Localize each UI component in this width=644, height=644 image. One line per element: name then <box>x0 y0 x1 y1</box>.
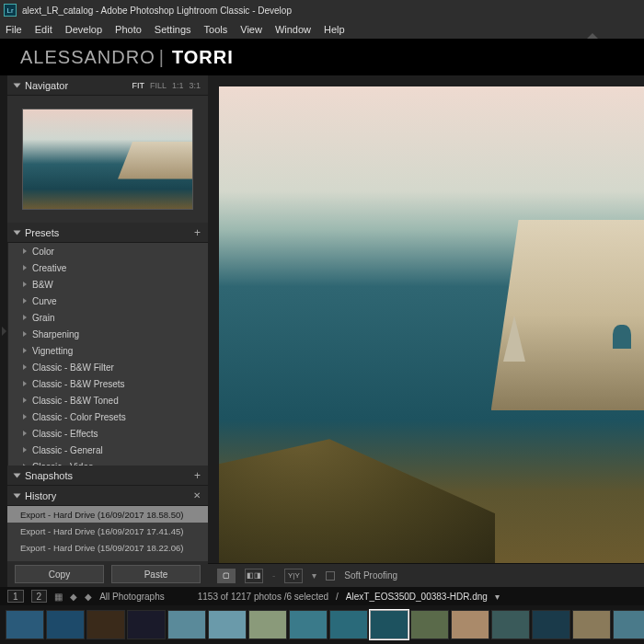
filmstrip-thumb[interactable] <box>329 610 368 639</box>
history-step[interactable]: Export - Hard Drive (16/09/2017 18.58.50… <box>7 506 208 523</box>
presets-title: Presets <box>25 227 59 238</box>
menu-photo[interactable]: Photo <box>115 24 142 35</box>
presets-header[interactable]: Presets + <box>7 223 208 243</box>
filmstrip-thumb[interactable] <box>208 610 247 639</box>
prev-icon[interactable]: ◆ <box>70 592 77 602</box>
add-icon[interactable]: + <box>194 226 201 239</box>
navigator-header[interactable]: Navigator FITFILL1:13:1 <box>7 75 208 96</box>
menu-edit[interactable]: Edit <box>35 24 52 35</box>
page-1[interactable]: 1 <box>7 590 24 603</box>
preset-folder[interactable]: B&W <box>7 276 208 293</box>
filmstrip-thumb[interactable] <box>6 610 44 639</box>
content: Navigator FITFILL1:13:1 Presets + ColorC… <box>0 75 644 587</box>
panel-collapse-arrow[interactable] <box>587 33 598 39</box>
filmstrip-thumb[interactable] <box>167 610 206 639</box>
current-filename[interactable]: AlexT_EOS350D_00383-HDR.dng <box>346 592 488 602</box>
before-after-lr-button[interactable]: ◧◨ <box>245 569 263 583</box>
copy-paste-row: Copy Paste <box>7 561 208 587</box>
preset-folder[interactable]: Vignetting <box>7 342 208 359</box>
preset-label: Curve <box>32 296 57 306</box>
page-2[interactable]: 2 <box>31 590 48 603</box>
menu-settings[interactable]: Settings <box>155 24 191 35</box>
filmstrip-thumb[interactable] <box>289 610 328 639</box>
filmstrip-thumb[interactable] <box>46 610 85 639</box>
preset-label: Sharpening <box>32 329 79 339</box>
soft-proof-label: Soft Proofing <box>344 570 397 581</box>
history-header[interactable]: History ✕ <box>7 486 208 506</box>
preset-label: B&W <box>32 280 53 290</box>
filmstrip-thumb[interactable] <box>613 610 644 639</box>
preset-folder[interactable]: Grain <box>7 309 208 326</box>
preset-folder[interactable]: Classic - Video <box>7 458 208 466</box>
app-icon: Lr <box>4 4 17 17</box>
preset-label: Classic - Color Presets <box>32 412 126 422</box>
preset-folder[interactable]: Classic - B&W Presets <box>7 375 208 392</box>
preset-label: Classic - B&W Toned <box>32 396 119 406</box>
filmstrip-thumb[interactable] <box>451 610 489 639</box>
preset-label: Creative <box>32 263 66 273</box>
disclosure-icon <box>14 473 21 477</box>
preset-folder[interactable]: Color <box>7 243 208 259</box>
paste-button[interactable]: Paste <box>111 565 201 583</box>
brand-bar: ALESSANDRO | TORRI <box>0 39 644 75</box>
menu-window[interactable]: Window <box>275 24 311 35</box>
history-step[interactable]: Export - Hard Drive (15/09/2017 18.22.06… <box>7 539 208 556</box>
navigator-thumb <box>22 109 193 210</box>
disclosure-icon <box>14 493 21 498</box>
menu-develop[interactable]: Develop <box>65 24 102 35</box>
menu-view[interactable]: View <box>240 24 262 35</box>
menu-file[interactable]: File <box>6 24 22 35</box>
menu-help[interactable]: Help <box>324 24 345 35</box>
next-icon[interactable]: ◆ <box>85 592 92 602</box>
add-icon[interactable]: + <box>194 469 201 482</box>
navzoom-1:1[interactable]: 1:1 <box>172 81 184 90</box>
history-step[interactable]: Export - Hard Drive (16/09/2017 17.41.45… <box>7 523 208 539</box>
filmstrip-thumb[interactable] <box>410 610 449 639</box>
sep: / <box>336 592 339 602</box>
navigator-zoom-opts[interactable]: FITFILL1:13:1 <box>132 81 201 90</box>
snapshots-header[interactable]: Snapshots + <box>7 466 208 486</box>
menu-tools[interactable]: Tools <box>204 24 228 35</box>
preset-folder[interactable]: Sharpening <box>7 326 208 342</box>
preset-folder[interactable]: Classic - B&W Filter <box>7 359 208 375</box>
dropdown-icon[interactable]: ▾ <box>495 592 500 602</box>
preset-folder[interactable]: Classic - Color Presets <box>7 408 208 425</box>
grid-icon[interactable]: ▦ <box>54 592 63 602</box>
navigator-preview[interactable] <box>7 96 208 223</box>
navzoom-fit[interactable]: FIT <box>132 81 144 90</box>
preset-folder[interactable]: Classic - Effects <box>7 425 208 442</box>
main-image[interactable] <box>219 86 644 563</box>
preset-folder[interactable]: Classic - B&W Toned <box>7 392 208 408</box>
before-after-tb-button[interactable]: Y|Y <box>284 569 303 583</box>
filmstrip-thumb[interactable] <box>127 610 166 639</box>
navzoom-3:1[interactable]: 3:1 <box>189 81 201 90</box>
navzoom-fill[interactable]: FILL <box>150 81 167 90</box>
menubar: FileEditDevelopPhotoSettingsToolsViewWin… <box>0 20 644 39</box>
preset-folder[interactable]: Creative <box>7 259 208 276</box>
preset-label: Classic - General <box>32 445 103 455</box>
brand-pipe: | <box>159 47 165 68</box>
disclosure-icon <box>14 230 21 235</box>
left-panel: Navigator FITFILL1:13:1 Presets + ColorC… <box>7 75 208 587</box>
dropdown-icon[interactable]: ▾ <box>312 570 316 581</box>
filmstrip-thumb[interactable] <box>572 610 611 639</box>
source-label[interactable]: All Photographs <box>99 592 165 602</box>
filmstrip-thumb[interactable] <box>248 610 287 639</box>
filmstrip-thumb[interactable] <box>532 610 570 639</box>
filmstrip[interactable] <box>0 605 644 644</box>
separator: - <box>272 570 275 581</box>
clear-icon[interactable]: ✕ <box>193 490 201 500</box>
filmstrip-thumb[interactable] <box>491 610 530 639</box>
preset-folder[interactable]: Classic - General <box>7 442 208 458</box>
left-collapse-strip[interactable] <box>0 75 7 587</box>
history-list: Export - Hard Drive (16/09/2017 18.58.50… <box>7 506 208 561</box>
filmstrip-thumb[interactable] <box>86 610 125 639</box>
filmstrip-thumb[interactable] <box>370 610 408 639</box>
preset-folder[interactable]: Curve <box>7 293 208 309</box>
copy-button[interactable]: Copy <box>15 565 104 583</box>
soft-proof-checkbox[interactable] <box>326 571 335 581</box>
loupe-view-button[interactable]: ▢ <box>217 569 236 583</box>
brand-first: ALESSANDRO <box>20 47 155 68</box>
brand-last: TORRI <box>172 47 234 68</box>
navigator-title: Navigator <box>25 80 68 91</box>
